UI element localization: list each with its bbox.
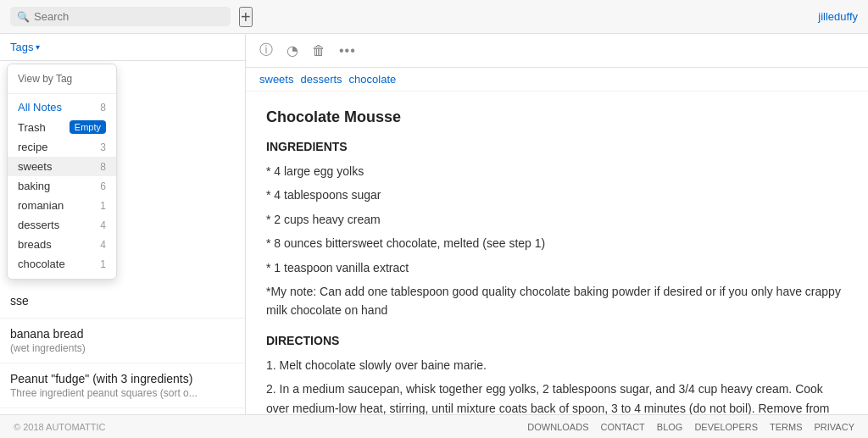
trash-icon[interactable]: 🗑 [312, 43, 326, 58]
directions-list: 1. Melt chocolate slowly over baine mari… [266, 356, 848, 414]
footer-link-privacy[interactable]: PRIVACY [815, 422, 854, 432]
note-title: banana bread [10, 327, 235, 341]
baking-count: 6 [100, 180, 106, 192]
more-options-icon[interactable]: ••• [339, 43, 356, 58]
ingredient-2: * 4 tablespoons sugar [266, 186, 848, 204]
tag-desserts[interactable]: desserts [300, 73, 342, 86]
ingredient-note: *My note: Can add one tablespoon good qu… [266, 282, 848, 320]
info-icon[interactable]: ⓘ [259, 42, 273, 59]
tag-sweets[interactable]: sweets [259, 73, 293, 86]
chocolate-label: chocolate [18, 258, 65, 270]
all-notes-count: 8 [100, 102, 106, 114]
footer-link-downloads[interactable]: DOWNLOADS [527, 422, 588, 432]
sweets-label: sweets [18, 160, 52, 173]
all-notes-label: All Notes [18, 101, 62, 114]
dropdown-item-all-notes[interactable]: All Notes 8 [8, 97, 116, 117]
tags-arrow-icon: ▾ [36, 42, 40, 52]
search-input[interactable] [34, 10, 224, 23]
footer-link-blog[interactable]: BLOG [657, 422, 683, 432]
direction-2: 2. In a medium saucepan, whisk together … [266, 380, 848, 414]
note-item-chocolate-mousse[interactable]: sse [0, 286, 245, 319]
note-title: sse [10, 294, 235, 308]
tags-button[interactable]: Tags ▾ [10, 41, 235, 53]
note-tags-row: sweets desserts chocolate [246, 68, 868, 91]
main-layout: Tags ▾ View by Tag All Notes 8 Trash Emp… [0, 34, 868, 414]
recipe-count: 3 [100, 141, 106, 153]
romanian-label: romanian [18, 199, 64, 212]
content-toolbar: ⓘ ◔ 🗑 ••• [246, 34, 868, 68]
note-content-body: Chocolate Mousse INGREDIENTS * 4 large e… [246, 91, 868, 414]
recipe-label: recipe [18, 141, 47, 153]
search-bar: 🔍 [10, 7, 231, 26]
search-icon: 🔍 [17, 11, 30, 23]
dropdown-header: View by Tag [8, 69, 116, 90]
ingredient-5: * 1 teaspoon vanilla extract [266, 258, 848, 277]
trash-label: Trash [18, 121, 46, 134]
note-title: Peanut "fudge" (with 3 ingredients) [10, 372, 235, 385]
empty-trash-button[interactable]: Empty [70, 120, 106, 134]
directions-heading: DIRECTIONS [266, 334, 848, 347]
content-area: ⓘ ◔ 🗑 ••• sweets desserts chocolate Choc… [246, 34, 868, 414]
direction-1: 1. Melt chocolate slowly over baine mari… [266, 356, 848, 374]
user-label[interactable]: jilleduffy [818, 10, 858, 23]
note-main-title: Chocolate Mousse [266, 108, 848, 126]
app-header: 🔍 + jilleduffy [0, 0, 868, 34]
note-preview: (wet ingredients) [10, 342, 235, 354]
breads-label: breads [18, 238, 52, 251]
ingredient-4: * 8 ounces bittersweet chocolate, melted… [266, 234, 848, 252]
footer-link-contact[interactable]: CONTACT [600, 422, 644, 432]
footer-link-terms[interactable]: TERMS [770, 422, 803, 432]
dropdown-item-trash[interactable]: Trash Empty [8, 117, 116, 137]
ingredient-1: * 4 large egg yolks [266, 162, 848, 180]
dropdown-item-baking[interactable]: baking 6 [8, 176, 116, 196]
chocolate-count: 1 [100, 258, 106, 270]
dropdown-item-recipe[interactable]: recipe 3 [8, 137, 116, 157]
baking-label: baking [18, 180, 50, 192]
note-preview: Three ingredient peanut squares (sort o.… [10, 387, 235, 399]
dropdown-divider [8, 93, 116, 94]
sidebar-header: Tags ▾ [0, 34, 245, 61]
app-footer: © 2018 AUTOMATTIC DOWNLOADS CONTACT BLOG… [0, 414, 868, 438]
history-icon[interactable]: ◔ [287, 42, 298, 58]
sidebar: Tags ▾ View by Tag All Notes 8 Trash Emp… [0, 34, 246, 414]
ingredients-heading: INGREDIENTS [266, 140, 848, 153]
tags-dropdown: View by Tag All Notes 8 Trash Empty reci… [7, 64, 117, 280]
footer-links: DOWNLOADS CONTACT BLOG DEVELOPERS TERMS … [527, 422, 854, 432]
dropdown-item-breads[interactable]: breads 4 [8, 235, 116, 254]
dropdown-item-chocolate[interactable]: chocolate 1 [8, 254, 116, 274]
note-item-peanut-fudge[interactable]: Peanut "fudge" (with 3 ingredients) Thre… [0, 363, 245, 408]
ingredient-3: * 2 cups heavy cream [266, 210, 848, 229]
note-item-cozonac[interactable]: 🔗Cozonac https://www.reteteculinare.ro/c… [0, 408, 245, 414]
desserts-count: 4 [100, 219, 106, 231]
breads-count: 4 [100, 239, 106, 251]
ingredients-list: * 4 large egg yolks * 4 tablespoons suga… [266, 162, 848, 320]
footer-copyright: © 2018 AUTOMATTIC [14, 422, 106, 432]
dropdown-item-sweets[interactable]: sweets 8 [8, 157, 116, 176]
add-note-button[interactable]: + [239, 7, 253, 27]
footer-link-developers[interactable]: DEVELOPERS [694, 422, 758, 432]
notes-list: sse banana bread (wet ingredients) Peanu… [0, 286, 245, 414]
dropdown-item-desserts[interactable]: desserts 4 [8, 215, 116, 235]
tag-chocolate[interactable]: chocolate [349, 73, 397, 86]
tags-label: Tags [10, 41, 33, 53]
desserts-label: desserts [18, 219, 59, 231]
romanian-count: 1 [100, 200, 106, 212]
sweets-count: 8 [100, 161, 106, 173]
note-item-banana-bread[interactable]: banana bread (wet ingredients) [0, 319, 245, 363]
dropdown-item-romanian[interactable]: romanian 1 [8, 196, 116, 215]
